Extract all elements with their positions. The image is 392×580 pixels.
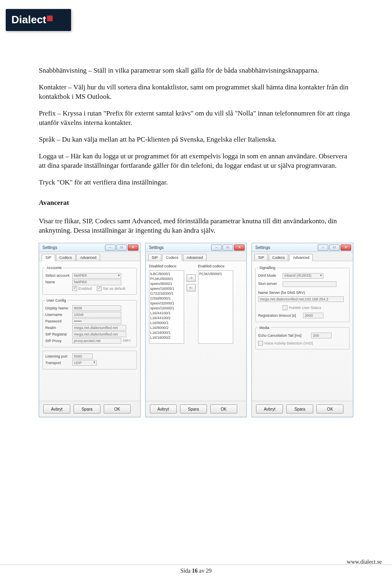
window-title: Settings: [147, 245, 212, 251]
list-item[interactable]: G722/16000/1: [150, 291, 183, 296]
vad-checkbox[interactable]: Voice Activity Detection (VAD): [258, 341, 313, 346]
list-item[interactable]: speex/16000/1: [150, 306, 183, 311]
disable-codec-button[interactable]: <-: [187, 284, 196, 291]
realm-field[interactable]: mega.net.dialectunified.net: [72, 325, 126, 331]
label-username: Username: [45, 312, 72, 317]
list-item[interactable]: speex/16000/1: [150, 286, 183, 291]
maximize-button[interactable]: ▭: [223, 244, 233, 251]
name-field[interactable]: NetPBX: [72, 280, 121, 285]
transport-combo[interactable]: UDP: [72, 360, 97, 366]
list-item[interactable]: L16/8000/1: [150, 320, 183, 325]
save-button[interactable]: Spara: [74, 404, 100, 413]
maximize-button[interactable]: ▭: [329, 244, 340, 251]
list-item[interactable]: L16/16000/1: [150, 330, 183, 335]
label-reg-timeout: Registration timeout [s]: [258, 313, 303, 318]
proxy-note: (opt.): [123, 338, 131, 343]
document-body: Snabbhänvisning – Ställ in vilka paramet…: [39, 66, 353, 417]
group-transport: Listening port5060 TransportUDP: [42, 351, 137, 369]
close-button[interactable]: X: [234, 244, 245, 251]
list-item[interactable]: L16/44100/2: [150, 316, 183, 320]
stun-server-field[interactable]: [283, 281, 336, 287]
save-button[interactable]: Spara: [286, 404, 313, 413]
paragraph-avancerat-desc: Visar tre flikar, SIP, Codecs samt Advan…: [39, 217, 353, 236]
tab-advanced[interactable]: Advanced: [183, 254, 207, 261]
label-dtmf-mode: Dtmf Mode: [258, 273, 283, 278]
footer-url: www.dialect.se: [347, 558, 382, 566]
cancel-button[interactable]: Avbryt: [43, 404, 70, 413]
paragraph-tryck-ok: Tryck "OK" för att verifiera dina instäl…: [39, 178, 353, 187]
username-field[interactable]: 100sli: [72, 312, 121, 318]
minimize-button[interactable]: –: [318, 244, 328, 251]
list-item[interactable]: speex/32000/1: [150, 301, 183, 306]
group-legend: Signalling: [258, 265, 276, 270]
set-default-checkbox[interactable]: ✓Set as default: [97, 286, 125, 291]
list-item[interactable]: PCMA/8000/1: [199, 271, 232, 276]
tab-sip[interactable]: SIP: [254, 254, 268, 261]
cancel-button[interactable]: Avbryt: [256, 404, 283, 413]
group-signalling: Signalling Dtmf ModeInband (rfc2833) Stu…: [255, 265, 350, 322]
minimize-button[interactable]: –: [105, 244, 116, 251]
close-button[interactable]: X: [128, 244, 138, 251]
window-title: Settings: [41, 245, 105, 251]
list-item[interactable]: GSM/8000/1: [150, 296, 183, 301]
enabled-checkbox[interactable]: ✓Enabled: [72, 286, 92, 291]
label-display-name: Display Name: [45, 306, 72, 311]
tab-advanced[interactable]: Advanced: [289, 254, 313, 261]
cancel-button[interactable]: Avbryt: [150, 404, 177, 413]
tab-codecs[interactable]: Codecs: [269, 254, 289, 261]
label-disabled-codecs: Disabled codecs:: [149, 264, 184, 269]
group-legend: Media: [258, 325, 271, 330]
tab-sip[interactable]: SIP: [42, 254, 55, 261]
list-item[interactable]: PCMU/8000/1: [150, 276, 183, 281]
label-echo: Echo Cancelation Tail [ms]: [258, 333, 311, 338]
dialog-codecs: Settings – ▭ X SIP Codecs Advanced Dis: [145, 243, 247, 417]
dtmf-mode-combo[interactable]: Inband (rfc2833): [283, 273, 323, 279]
label-realm: Realm: [45, 325, 72, 330]
list-item[interactable]: iLBC/8000/1: [150, 271, 183, 276]
tab-codecs[interactable]: Codecs: [162, 254, 182, 261]
list-item[interactable]: L16/16000/2: [150, 335, 183, 340]
ok-button[interactable]: OK: [210, 404, 237, 413]
publish-status-checkbox[interactable]: Publish User Status: [283, 305, 321, 310]
tab-sip[interactable]: SIP: [148, 254, 162, 261]
window-title: Settings: [254, 245, 318, 251]
titlebar: Settings – ▭ X: [39, 243, 140, 252]
enabled-codecs-listbox[interactable]: PCMA/8000/1: [198, 270, 233, 344]
titlebar: Settings – ▭ X: [252, 243, 353, 252]
ok-button[interactable]: OK: [316, 404, 343, 413]
label-stun-server: Stun server: [258, 281, 283, 286]
titlebar: Settings – ▭ X: [146, 243, 247, 252]
reg-timeout-field[interactable]: 3600: [303, 313, 323, 318]
label-nameserver: Name Server (for DNS SRV): [258, 290, 347, 295]
disabled-codecs-listbox[interactable]: iLBC/8000/1PCMU/8000/1speex/8000/1speex/…: [149, 270, 184, 344]
brand-text: Dialect: [11, 13, 46, 27]
echo-field[interactable]: 200: [311, 333, 332, 338]
minimize-button[interactable]: –: [211, 244, 222, 251]
proxy-field[interactable]: proxy.arcstel.net: [72, 338, 121, 344]
group-media: Media Echo Cancelation Tail [ms]200 Voic…: [255, 325, 350, 349]
nameserver-field[interactable]: mega.net.dialectunified.net;192.168.254.…: [258, 296, 344, 302]
paragraph-loggaut: Logga ut – Här kan du logga ut ur progra…: [39, 152, 353, 171]
label-transport: Transport: [45, 360, 72, 365]
tab-codecs[interactable]: Codecs: [56, 254, 76, 261]
label-proxy: SIP Proxy: [45, 338, 72, 343]
label-listening-port: Listening port: [45, 354, 72, 359]
paragraph-prefix: Prefix – Kryssa i rutan "Prefix för exte…: [39, 109, 353, 128]
select-account-combo[interactable]: NetPBX: [72, 273, 121, 279]
maximize-button[interactable]: ▭: [116, 244, 127, 251]
enable-codec-button[interactable]: ->: [187, 274, 196, 282]
list-item[interactable]: L16/44100/1: [150, 311, 183, 316]
save-button[interactable]: Spara: [180, 404, 207, 413]
display-name-field[interactable]: 9008: [72, 305, 121, 311]
list-item[interactable]: L16/8000/2: [150, 325, 183, 330]
close-button[interactable]: X: [341, 244, 351, 251]
list-item[interactable]: speex/8000/1: [150, 281, 183, 286]
ok-button[interactable]: OK: [104, 404, 131, 413]
brand-mark-icon: [47, 16, 53, 21]
label-select-account: Select account: [45, 273, 72, 278]
settings-screenshots-row: Settings – ▭ X SIP Codecs Advanced Accou…: [39, 243, 353, 417]
tab-advanced[interactable]: Advanced: [76, 254, 100, 261]
registrar-field[interactable]: mega.net.dialectunified.net: [72, 331, 126, 337]
password-field[interactable]: ••••••: [72, 318, 121, 324]
listening-port-field[interactable]: 5060: [72, 353, 93, 359]
